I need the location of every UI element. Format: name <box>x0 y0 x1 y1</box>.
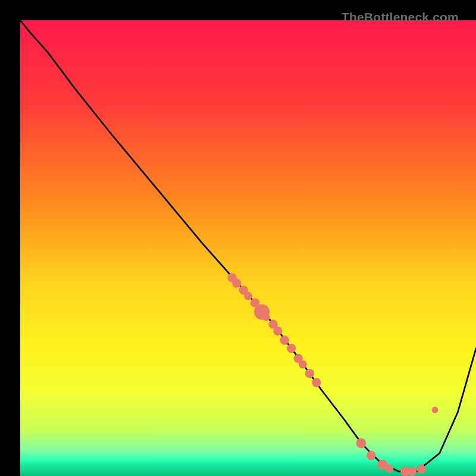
chart-plot-area <box>20 20 476 476</box>
data-point-marker <box>299 360 307 368</box>
curve-markers <box>228 273 439 476</box>
curve-line <box>20 20 476 471</box>
data-point-marker <box>416 465 425 474</box>
data-point-marker <box>263 314 270 321</box>
data-point-marker <box>232 278 241 287</box>
watermark-text: TheBottleneck.com <box>342 10 459 24</box>
chart-frame: TheBottleneck.com <box>10 10 466 466</box>
data-point-marker <box>312 378 321 387</box>
data-point-marker <box>386 465 394 473</box>
data-point-marker <box>273 327 282 336</box>
bottleneck-curve <box>20 20 476 476</box>
data-point-marker <box>356 438 367 448</box>
data-point-marker <box>244 292 252 300</box>
data-point-marker <box>432 407 439 414</box>
data-point-marker <box>287 344 296 353</box>
data-point-marker <box>280 336 289 345</box>
data-point-marker <box>408 467 416 476</box>
data-point-marker <box>367 451 375 460</box>
data-point-marker <box>305 369 314 378</box>
